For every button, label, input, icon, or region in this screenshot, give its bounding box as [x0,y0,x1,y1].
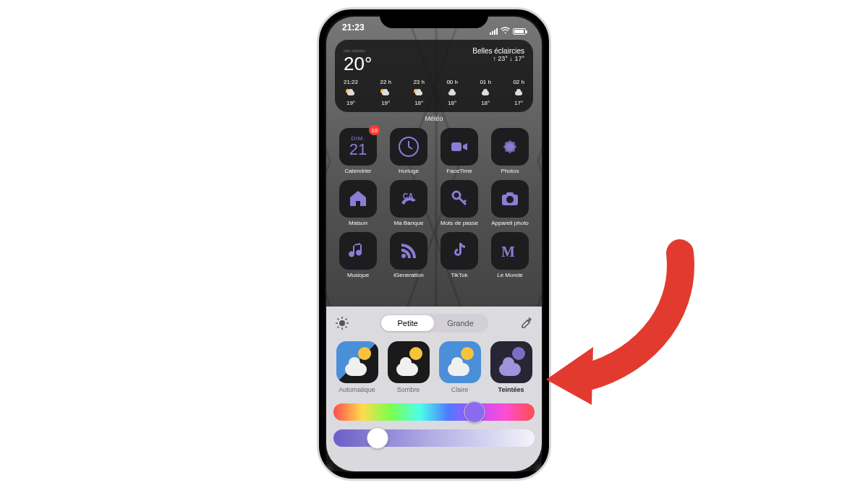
phone-frame: 21:23 — —— 20° Belles éclaircies [317,7,551,481]
wifi-icon [501,27,510,35]
cellular-icon [490,28,498,35]
size-large[interactable]: Grande [434,315,487,331]
eyedropper-icon[interactable] [517,314,535,332]
badge: 10 [369,125,380,135]
svg-text:CA: CA [403,192,413,200]
tiktok-icon [441,232,478,270]
app-motsdepasse[interactable]: Mots de passe [436,180,482,226]
status-time: 21:23 [342,22,365,40]
app-lemonde[interactable]: M Le Monde [487,232,533,278]
rss-icon [390,232,427,270]
video-icon [441,128,478,166]
sat-thumb[interactable] [367,427,388,449]
style-light[interactable]: Claire [436,341,483,393]
key-icon [441,180,478,218]
screen: 21:23 — —— 20° Belles éclaircies [326,17,542,471]
volume-down [317,176,318,212]
brightness-icon[interactable] [333,314,351,332]
app-facetime[interactable]: FaceTime [436,128,482,174]
weather-widget-label: Météo [335,115,533,122]
mute-switch [317,103,318,127]
weather-hourly: 21:2219° 22 h19° 23 h18° 00 h18° 01 h18°… [344,79,524,106]
weather-condition: Belles éclaircies [472,47,524,55]
battery-icon [513,28,526,35]
icon-customize-sheet: Petite Grande Automatique Sombre [326,307,542,471]
camera-icon [491,180,529,218]
size-small[interactable]: Petite [381,315,434,331]
home-icon [339,180,377,218]
app-igeneration[interactable]: iGeneration [386,232,432,278]
app-tiktok[interactable]: TikTok [436,232,482,278]
app-grid: DIM.2110 Calendrier Horloge FaceTime Pho… [335,128,533,278]
flower-icon [491,128,529,166]
hue-thumb[interactable] [464,401,485,423]
style-options: Automatique Sombre Claire Teintées [333,341,535,393]
svg-point-13 [339,320,345,326]
app-calendrier[interactable]: DIM.2110 Calendrier [335,128,381,174]
svg-rect-10 [506,192,514,196]
style-dark[interactable]: Sombre [385,341,432,393]
app-musique[interactable]: Musique [335,232,381,278]
weather-temp: 20° [344,54,372,73]
app-appareilphoto[interactable]: Appareil photo [487,180,533,226]
power-button [550,140,551,192]
svg-text:M: M [501,244,515,260]
app-horloge[interactable]: Horloge [386,128,432,174]
clock-icon [390,128,427,166]
bank-icon: CA [390,180,427,218]
music-icon [339,232,377,270]
size-segmented-control[interactable]: Petite Grande [380,314,488,333]
callout-arrow [535,239,702,405]
weather-widget[interactable]: — —— 20° Belles éclaircies ↑ 23° ↓ 17° 2… [335,40,533,112]
app-mabanque[interactable]: CA Ma Banque [386,180,432,226]
svg-point-9 [506,196,514,203]
svg-rect-1 [451,142,461,151]
notch [380,9,488,28]
lemonde-icon: M [491,232,529,270]
weather-range: ↑ 23° ↓ 17° [472,55,524,62]
hue-slider[interactable] [333,403,535,421]
svg-point-11 [401,254,406,258]
style-tinted[interactable]: Teintées [488,341,535,393]
weather-location: — —— [344,47,372,54]
app-maison[interactable]: Maison [335,180,381,226]
saturation-slider[interactable] [333,429,535,447]
volume-up [317,134,318,170]
app-photos[interactable]: Photos [487,128,533,174]
style-automatic[interactable]: Automatique [333,341,380,393]
